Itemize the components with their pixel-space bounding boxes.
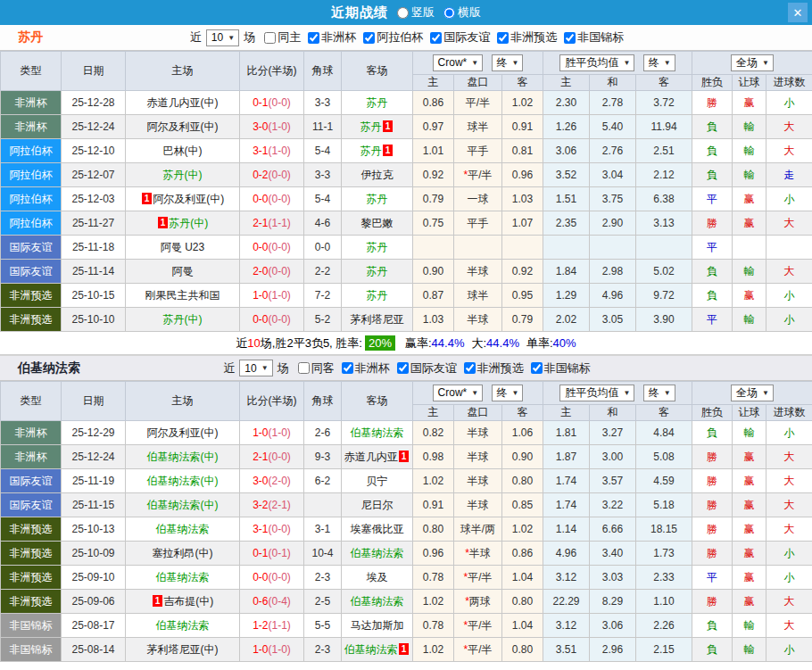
home-team: 阿尔及利亚(中) — [126, 115, 240, 139]
match-row: 国际友谊25-11-15伯基纳法索(中)3-2(2-1)尼日尔0.91半球0.8… — [1, 493, 812, 517]
close-button[interactable]: ✕ — [788, 3, 808, 22]
comp-checkbox[interactable] — [564, 32, 576, 44]
europe-avg-select[interactable]: 胜平负均值▼ — [559, 385, 634, 401]
col-europe-draw: 和 — [590, 75, 636, 91]
europe-stage-select[interactable]: 终▼ — [643, 385, 675, 401]
comp-checkbox[interactable] — [397, 362, 409, 374]
odds-company-select[interactable]: Crow*▼ — [433, 385, 484, 401]
result-winloss: 勝 — [692, 493, 733, 517]
same-home-checkbox[interactable] — [264, 32, 276, 44]
asia-handicap: 半球 — [454, 260, 502, 284]
team-label: 苏丹 — [367, 193, 388, 205]
burkina-filter-bar: 伯基纳法索 近 10 ▼ 场 同客 非洲杯 国际友谊 非洲预选 非国锦标 — [0, 355, 812, 381]
scope-select[interactable]: 全场▼ — [731, 385, 774, 401]
comp-checkbox[interactable] — [363, 32, 375, 44]
corner-score: 3-1 — [304, 517, 342, 542]
competition-type: 阿拉伯杯 — [1, 211, 62, 236]
away-team: 马达加斯加 — [342, 614, 413, 638]
asia-away-odds: 0.90 — [502, 445, 543, 469]
same-away-checkbox[interactable] — [298, 362, 310, 374]
team-label: 苏丹 — [360, 145, 382, 157]
comp-filter[interactable]: 非洲预选 — [457, 360, 524, 376]
comp-filter[interactable]: 非洲杯 — [301, 29, 356, 45]
team-label: 贝宁 — [367, 475, 388, 487]
comp-filter[interactable]: 阿拉伯杯 — [356, 29, 423, 45]
team-label: 伯基纳法索 — [351, 547, 404, 559]
horizontal-radio[interactable] — [443, 7, 455, 19]
away-team: 埃塞俄比亚 — [342, 517, 413, 542]
corner-score: 5-5 — [304, 614, 342, 638]
layout-radio-vertical[interactable]: 竖版 — [397, 4, 435, 21]
asia-away-odds: 1.07 — [502, 211, 543, 236]
team-name-sudan: 苏丹 — [18, 29, 43, 45]
col-goals: 进球数 — [766, 75, 812, 91]
europe-away-odds: 3.72 — [636, 91, 692, 115]
comp-filter[interactable]: 国际友谊 — [390, 360, 457, 376]
match-row: 非洲预选25-09-10伯基纳法索0-0(0-0)2-3埃及0.78*平/半1.… — [1, 566, 812, 590]
europe-away-odds: 5.02 — [636, 260, 692, 284]
result-goals: 小 — [766, 91, 812, 115]
result-header: 全场▼ — [692, 52, 812, 75]
match-row: 阿拉伯杯25-11-271苏丹(中)2-1(1-1)4-6黎巴嫩0.75平手1.… — [1, 211, 812, 236]
match-count-select[interactable]: 10 ▼ — [206, 29, 239, 46]
europe-away-odds: 6.38 — [636, 187, 692, 211]
comp-filter[interactable]: 非国锦标 — [557, 29, 624, 45]
comp-checkbox[interactable] — [531, 362, 543, 374]
comp-filter[interactable]: 国际友谊 — [423, 29, 490, 45]
asia-away-odds: 0.96 — [502, 163, 543, 187]
odds-stage-select[interactable]: 终▼ — [492, 385, 524, 401]
home-team: 苏丹(中) — [126, 308, 240, 332]
dialog-titlebar: 近期战绩 竖版 横版 ✕ — [0, 0, 812, 25]
asia-home-odds: 0.82 — [413, 421, 454, 445]
team-label: 刚果民主共和国 — [145, 289, 220, 302]
europe-home-odds: 1.74 — [543, 469, 590, 493]
comp-filter[interactable]: 非洲预选 — [490, 29, 557, 45]
match-score: 3-1(1-0) — [240, 139, 304, 163]
scope-select[interactable]: 全场▼ — [731, 54, 774, 71]
col-type: 类型 — [1, 382, 62, 421]
europe-away-odds: 5.08 — [636, 445, 692, 469]
comp-filter[interactable]: 非洲杯 — [335, 360, 390, 376]
match-score: 3-2(2-1) — [240, 493, 304, 517]
col-europe-draw: 和 — [590, 405, 636, 421]
vertical-radio[interactable] — [397, 7, 409, 19]
col-winloss: 胜负 — [692, 75, 733, 91]
comp-checkbox[interactable] — [497, 32, 509, 44]
layout-radio-horizontal[interactable]: 横版 — [443, 4, 481, 21]
match-row: 非洲预选25-10-09塞拉利昂(中)0-1(0-1)10-4伯基纳法索0.96… — [1, 542, 812, 566]
competition-type: 阿拉伯杯 — [1, 187, 62, 211]
asia-handicap: 一球 — [454, 187, 502, 211]
odds-company-select[interactable]: Crow*▼ — [433, 54, 484, 71]
europe-away-odds: 3.13 — [636, 211, 692, 236]
comp-checkbox[interactable] — [308, 32, 319, 44]
match-count-select[interactable]: 10 ▼ — [239, 360, 272, 376]
asia-away-odds: 1.04 — [502, 614, 543, 638]
asia-home-odds: 0.87 — [413, 284, 454, 308]
match-score: 3-1(0-0) — [240, 517, 304, 542]
result-handicap: 輸 — [733, 139, 766, 163]
corner-score: 2-6 — [304, 421, 342, 445]
europe-draw-odds: 3.03 — [590, 566, 636, 590]
europe-stage-select[interactable]: 终▼ — [643, 54, 675, 71]
comp-checkbox[interactable] — [430, 32, 442, 44]
europe-away-odds: 11.94 — [636, 115, 692, 139]
red-card-badge: 1 — [383, 145, 394, 156]
europe-draw-odds: 3.04 — [590, 163, 636, 187]
result-goals: 大 — [766, 614, 812, 638]
europe-away-odds: 2.26 — [636, 614, 692, 638]
match-date: 25-12-24 — [62, 115, 126, 139]
home-team: 伯基纳法索(中) — [126, 469, 240, 493]
comp-checkbox[interactable] — [342, 362, 353, 374]
corner-score: 5-4 — [304, 187, 342, 211]
result-goals: 小 — [766, 284, 812, 308]
comp-filter[interactable]: 非国锦标 — [524, 360, 591, 376]
asia-handicap: 半球 — [454, 308, 502, 332]
europe-avg-select[interactable]: 胜平负均值▼ — [559, 54, 634, 71]
col-away: 客场 — [342, 382, 413, 421]
odds-stage-select[interactable]: 终▼ — [492, 54, 524, 71]
col-handicap: 盘口 — [454, 405, 502, 421]
same-away-label: 同客 — [311, 360, 335, 376]
home-team: 阿曼 U23 — [126, 236, 240, 260]
comp-checkbox[interactable] — [464, 362, 476, 374]
match-score: 1-0(1-0) — [240, 421, 304, 445]
